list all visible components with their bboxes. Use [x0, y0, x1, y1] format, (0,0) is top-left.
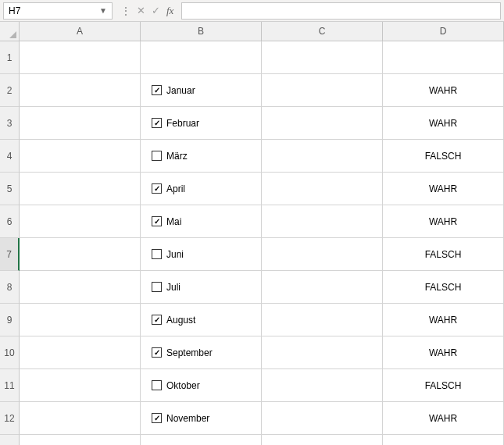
cell-D3[interactable]: WAHR: [383, 107, 504, 140]
checkbox-icon[interactable]: [152, 216, 162, 226]
row-header-9[interactable]: 9: [0, 304, 20, 336]
cell-D12[interactable]: WAHR: [383, 402, 504, 435]
row-header-7[interactable]: 7: [0, 238, 20, 271]
cell-D2[interactable]: WAHR: [383, 74, 504, 107]
cell-B10[interactable]: September: [141, 336, 262, 369]
column-header-a[interactable]: A: [20, 22, 141, 41]
cell-A1[interactable]: [20, 41, 141, 74]
row-header-8[interactable]: 8: [0, 271, 20, 304]
checkbox-control[interactable]: Juni: [144, 249, 184, 260]
cell-C6[interactable]: [262, 205, 383, 238]
row-header-1[interactable]: 1: [0, 41, 20, 74]
row-header-5[interactable]: 5: [0, 173, 20, 205]
cell-C13[interactable]: [262, 435, 383, 445]
row-header-3[interactable]: 3: [0, 107, 20, 140]
cell-D6[interactable]: WAHR: [383, 205, 504, 238]
cell-A9[interactable]: [20, 304, 141, 336]
row-header-2[interactable]: 2: [0, 74, 20, 107]
cell-C12[interactable]: [262, 402, 383, 435]
cell-A12[interactable]: [20, 402, 141, 435]
cell-D9[interactable]: WAHR: [383, 304, 504, 336]
cell-A7[interactable]: [20, 238, 141, 271]
cell-B1[interactable]: [141, 41, 262, 74]
checkbox-control[interactable]: Juli: [144, 282, 181, 293]
cell-C9[interactable]: [262, 304, 383, 336]
cell-B3[interactable]: Februar: [141, 107, 262, 140]
cell-A11[interactable]: [20, 369, 141, 402]
column-header-c[interactable]: C: [262, 22, 383, 41]
fx-icon[interactable]: fx: [166, 5, 173, 17]
row-header-10[interactable]: 10: [0, 336, 20, 369]
cell-C4[interactable]: [262, 140, 383, 173]
cell-D11[interactable]: FALSCH: [383, 369, 504, 402]
cell-D10[interactable]: WAHR: [383, 336, 504, 369]
column-header-b[interactable]: B: [141, 22, 262, 41]
cell-A8[interactable]: [20, 271, 141, 304]
cell-B7[interactable]: Juni: [141, 238, 262, 271]
chevron-down-icon[interactable]: ▼: [99, 6, 107, 15]
checkbox-control[interactable]: Oktober: [144, 380, 200, 391]
cell-A6[interactable]: [20, 205, 141, 238]
cell-C7[interactable]: [262, 238, 383, 271]
cancel-icon[interactable]: ✕: [137, 5, 145, 16]
cell-C8[interactable]: [262, 271, 383, 304]
checkbox-icon[interactable]: [152, 282, 162, 292]
cell-D8[interactable]: FALSCH: [383, 271, 504, 304]
cell-C11[interactable]: [262, 369, 383, 402]
cell-B6[interactable]: Mai: [141, 205, 262, 238]
checkbox-icon[interactable]: [152, 151, 162, 161]
row-header-4[interactable]: 4: [0, 140, 20, 173]
checkbox-control[interactable]: August: [144, 315, 195, 326]
row-header-12[interactable]: 12: [0, 402, 20, 435]
cell-C5[interactable]: [262, 173, 383, 205]
confirm-icon[interactable]: ✓: [152, 5, 160, 16]
name-box[interactable]: H7 ▼: [3, 2, 113, 20]
cell-D4[interactable]: FALSCH: [383, 140, 504, 173]
cell-A4[interactable]: [20, 140, 141, 173]
cell-A10[interactable]: [20, 336, 141, 369]
checkbox-control[interactable]: Januar: [144, 85, 195, 96]
checkbox-icon[interactable]: [152, 249, 162, 259]
cell-B5[interactable]: April: [141, 173, 262, 205]
drag-handle-icon[interactable]: ⋮: [120, 5, 130, 17]
checkbox-control[interactable]: April: [144, 183, 185, 194]
cell-A2[interactable]: [20, 74, 141, 107]
row-header-11[interactable]: 11: [0, 369, 20, 402]
cell-B12[interactable]: November: [141, 402, 262, 435]
checkbox-icon[interactable]: [152, 380, 162, 390]
checkbox-icon[interactable]: [152, 347, 162, 358]
checkbox-control[interactable]: Mai: [144, 216, 181, 227]
cell-C2[interactable]: [262, 74, 383, 107]
cell-A13[interactable]: [20, 435, 141, 445]
checkbox-icon[interactable]: [152, 413, 162, 423]
formula-input[interactable]: [181, 2, 501, 20]
column-header-d[interactable]: D: [383, 22, 504, 41]
cell-C10[interactable]: [262, 336, 383, 369]
cell-C1[interactable]: [262, 41, 383, 74]
cell-D13[interactable]: WAHR: [383, 435, 504, 445]
cell-A5[interactable]: [20, 173, 141, 205]
cell-B8[interactable]: Juli: [141, 271, 262, 304]
cell-D5[interactable]: WAHR: [383, 173, 504, 205]
cell-B11[interactable]: Oktober: [141, 369, 262, 402]
cell-D7[interactable]: FALSCH: [383, 238, 504, 271]
cell-D1[interactable]: [383, 41, 504, 74]
select-all-corner[interactable]: [0, 22, 20, 41]
row-header-6[interactable]: 6: [0, 205, 20, 238]
row-3: FebruarWAHR: [20, 107, 504, 140]
row-header-13[interactable]: 13: [0, 435, 20, 445]
cell-C3[interactable]: [262, 107, 383, 140]
cell-B9[interactable]: August: [141, 304, 262, 336]
cell-B2[interactable]: Januar: [141, 74, 262, 107]
checkbox-control[interactable]: September: [144, 347, 213, 358]
cell-B13[interactable]: Dezember: [141, 435, 262, 445]
checkbox-icon[interactable]: [152, 183, 162, 194]
checkbox-control[interactable]: Februar: [144, 118, 199, 129]
cell-B4[interactable]: März: [141, 140, 262, 173]
checkbox-icon[interactable]: [152, 85, 162, 95]
checkbox-icon[interactable]: [152, 118, 162, 128]
checkbox-icon[interactable]: [152, 315, 162, 325]
checkbox-control[interactable]: März: [144, 151, 188, 162]
cell-A3[interactable]: [20, 107, 141, 140]
checkbox-control[interactable]: November: [144, 413, 209, 424]
